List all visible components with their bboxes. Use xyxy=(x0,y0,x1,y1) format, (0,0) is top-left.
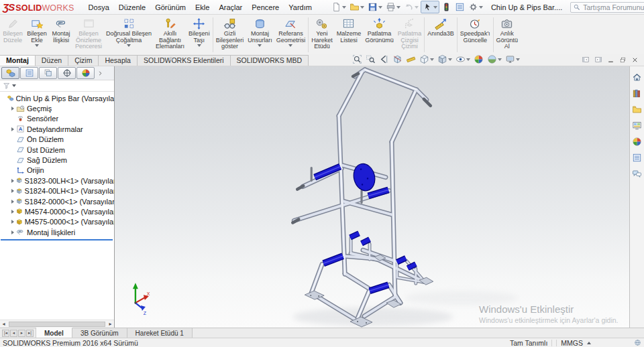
tree-item-ust-duzlem[interactable]: Üst Düzlem xyxy=(0,145,114,155)
options-button[interactable] xyxy=(467,1,484,13)
tab-propertymanager[interactable] xyxy=(20,67,38,79)
section-view-button[interactable] xyxy=(392,54,403,64)
ribbon-button-bilesen-duzele[interactable]: Bileşen Düzele xyxy=(1,15,25,54)
scroll-right-icon[interactable]: ▸ xyxy=(107,320,114,328)
tab-3b-gorunum[interactable]: 3B Görünüm xyxy=(72,328,127,338)
ribbon-button-referans-geometrisi[interactable]: Referans Geometrisi xyxy=(274,15,308,54)
collapse-pane-left-icon[interactable] xyxy=(582,56,590,64)
tree-item-s1824[interactable]: S1824-00LH<1> (Varsayılan<Görüntü xyxy=(0,186,114,196)
ribbon-button-aninda3b[interactable]: Anında3B xyxy=(425,15,456,54)
taskpane-appearances-button[interactable] xyxy=(631,136,643,147)
search-input[interactable]: Tartışma Forumunu Ara xyxy=(583,3,644,11)
tab-cizim[interactable]: Çizim xyxy=(68,55,99,66)
units-caret-icon[interactable] xyxy=(587,342,591,344)
tree-item-m4575[interactable]: M4575-0000<1> (Varsayılan<<Varsa xyxy=(0,217,114,227)
file-properties-button[interactable] xyxy=(453,1,466,13)
more-tabs-chevron-icon[interactable] xyxy=(97,70,103,76)
expand-arrow-icon[interactable] xyxy=(11,220,14,224)
collapse-pane-right-icon[interactable] xyxy=(594,56,602,64)
taskpane-forum-button[interactable] xyxy=(631,168,643,180)
tab-solidworks-mbd[interactable]: SOLIDWORKS MBD xyxy=(230,55,309,66)
display-style-button[interactable] xyxy=(437,54,453,64)
taskpane-file-explorer-button[interactable] xyxy=(631,104,643,115)
menu-dosya[interactable]: Dosya xyxy=(84,0,114,14)
expand-arrow-icon[interactable] xyxy=(11,179,14,183)
tab-scroll-last-icon[interactable]: ▸| xyxy=(26,330,34,337)
view-settings-button[interactable] xyxy=(504,54,521,64)
tree-item-s1823[interactable]: S1823-00LH<1> (Varsayılan<Görüntü xyxy=(0,176,114,186)
menu-duzenle[interactable]: Düzenle xyxy=(114,0,150,14)
ribbon-button-anlik-goruntu-al[interactable]: Anlık Görüntü Al xyxy=(494,15,521,54)
taskpane-home-button[interactable] xyxy=(631,72,643,83)
taskpane-custom-properties-button[interactable] xyxy=(631,152,643,163)
tree-item-orijin[interactable]: Orijin xyxy=(0,165,114,176)
ribbon-button-bileseni-tasi[interactable]: Bileşeni Taşı xyxy=(186,15,212,54)
tab-configurationmanager[interactable] xyxy=(39,67,57,79)
tree-item-sensorler[interactable]: Sensörler xyxy=(0,114,114,124)
tab-montaj[interactable]: Montaj xyxy=(0,55,36,66)
ribbon-button-dogrusal-cogaltma[interactable]: Doğrusal Bileşen Çoğaltma xyxy=(104,15,154,54)
select-button[interactable] xyxy=(421,1,439,13)
minimize-document-icon[interactable] xyxy=(607,56,614,64)
ribbon-button-speedpak-guncelle[interactable]: Speedpak'ı Güncelle xyxy=(458,15,492,54)
ribbon-button-bilesen-onizleme[interactable]: Bileşen Önizleme Penceresi xyxy=(73,15,104,54)
zoom-area-button[interactable] xyxy=(365,54,376,64)
save-button[interactable] xyxy=(366,1,384,13)
scroll-left-icon[interactable]: ◂ xyxy=(0,320,7,328)
ribbon-button-montaj-iliskisi[interactable]: Montaj İlişkisi xyxy=(49,15,73,54)
ribbon-button-yeni-hareket-etudu[interactable]: Yeni Hareket Etüdü xyxy=(309,15,335,54)
ribbon-button-malzeme-listesi[interactable]: Malzeme Listesi xyxy=(335,15,364,54)
tab-scroll-next-icon[interactable]: ▸ xyxy=(18,330,25,337)
new-document-button[interactable] xyxy=(330,1,347,13)
menu-yardim[interactable]: Yardım xyxy=(284,0,317,14)
tab-scroll-prev-icon[interactable]: ◂ xyxy=(10,330,17,337)
tab-hesapla[interactable]: Hesapla xyxy=(98,55,138,66)
tree-item-gecmis[interactable]: Geçmiş xyxy=(0,103,114,113)
tab-featuremanager-tree[interactable] xyxy=(1,67,19,79)
ribbon-button-montaj-unsurlari[interactable]: Montaj Unsurları xyxy=(246,15,274,54)
ribbon-button-bilesen-ekle[interactable]: Bileşen Ekle xyxy=(25,15,49,54)
taskpane-view-palette-button[interactable] xyxy=(631,120,643,131)
print-button[interactable] xyxy=(384,1,402,13)
tab-solidworks-eklentileri[interactable]: SOLIDWORKS Eklentileri xyxy=(137,55,231,66)
expand-arrow-icon[interactable] xyxy=(11,230,14,234)
tree-root-assembly[interactable]: Chin Up & Pips Bar (Varsayılan<Görüntü xyxy=(0,93,114,103)
apply-scene-button[interactable] xyxy=(486,54,502,64)
rollback-bar[interactable] xyxy=(1,239,113,240)
view-orientation-button[interactable] xyxy=(419,54,435,64)
open-button[interactable] xyxy=(348,1,366,13)
expand-arrow-icon[interactable] xyxy=(11,189,14,193)
expand-arrow-icon[interactable] xyxy=(11,210,14,214)
model-chin-up-dips-bar[interactable]: X Z xyxy=(115,66,629,328)
expand-arrow-icon[interactable] xyxy=(11,107,14,111)
menu-ekle[interactable]: Ekle xyxy=(191,0,214,14)
expand-arrow-icon[interactable] xyxy=(11,127,14,131)
tree-item-sag-duzlem[interactable]: Sağ Düzlem xyxy=(0,155,114,165)
close-document-icon[interactable] xyxy=(631,56,639,64)
graphics-viewport[interactable]: X Z Windows'u Etkinleştir Windows'u etki… xyxy=(115,66,629,328)
tab-model[interactable]: Model xyxy=(36,328,72,338)
tree-item-m4574[interactable]: M4574-0000<1> (Varsayılan<<Varsa xyxy=(0,206,114,216)
tree-item-detaylandirmalar[interactable]: Detaylandırmalar xyxy=(0,124,114,134)
splitter-handle[interactable] xyxy=(169,57,172,60)
ribbon-button-gizli-bilesenleri-goster[interactable]: Gizli Bileşenleri göster xyxy=(214,15,246,54)
status-units[interactable]: MMGS xyxy=(561,339,583,347)
tree-filter[interactable] xyxy=(0,80,114,92)
tab-scroll-first-icon[interactable]: |◂ xyxy=(2,330,9,337)
edit-appearance-button[interactable] xyxy=(473,54,484,64)
scrollbar-thumb[interactable] xyxy=(9,322,105,327)
tab-dimxpertmanager[interactable] xyxy=(58,67,76,79)
menu-pencere[interactable]: Pencere xyxy=(247,0,284,14)
status-globe-icon[interactable] xyxy=(634,339,641,346)
ribbon-button-patlatma-cizgisi[interactable]: Patlatma Çizgisi Çizimi xyxy=(396,15,424,54)
restore-document-icon[interactable] xyxy=(619,56,627,64)
taskpane-design-library-button[interactable] xyxy=(631,88,643,99)
tree-item-montaj-iliskileri[interactable]: Montaj İlişkileri xyxy=(0,227,114,237)
hide-show-items-button[interactable] xyxy=(455,54,471,64)
tree-item-s1842[interactable]: S1842-0000<1> (Varsayılan<Görüntü xyxy=(0,196,114,206)
previous-view-button[interactable] xyxy=(378,54,390,64)
menu-gorunum[interactable]: Görünüm xyxy=(150,0,191,14)
measure-button[interactable] xyxy=(405,54,417,64)
ribbon-button-patlatma-gorunumu[interactable]: Patlatma Görünümü xyxy=(363,15,396,54)
undo-button[interactable] xyxy=(402,1,420,13)
